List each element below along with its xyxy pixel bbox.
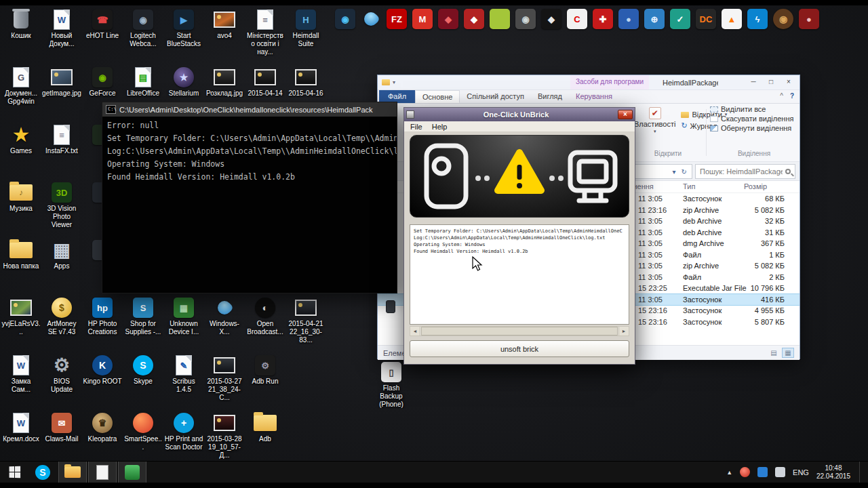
large-icons-view-button[interactable]: ▦ [782,348,794,358]
column-header-size[interactable]: Розмір [744,182,767,190]
navpane-device-icon[interactable] [386,300,395,313]
water-drop-icon[interactable] [361,8,381,30]
word-doc-new[interactable]: WНовый Докум... [42,8,81,48]
gpg4win-docs[interactable]: GДокумен... Gpg4win [1,66,41,106]
recycle-bin[interactable]: Кошик [1,8,41,40]
show-desktop-button[interactable] [859,462,863,483]
taskbar-green-app-button[interactable] [118,462,146,483]
screenshot-2015-03-28[interactable]: 2015-03-28 19_10_57-Д... [205,411,244,460]
ehot-line[interactable]: ☎eHOT Line [83,8,122,40]
tray-red-icon[interactable] [740,467,750,477]
lightning-app-icon[interactable]: ϟ [747,8,768,30]
ribbon-tab[interactable]: Основне [415,90,460,103]
skype-desktop[interactable]: SSkype [123,354,163,386]
app-teal-icon[interactable]: ✓ [670,8,690,30]
taskbar-skype-button[interactable]: S [28,462,57,483]
vlc-icon[interactable]: ▲ [722,8,742,30]
dc-unlocker-icon[interactable]: DC [696,8,716,30]
img-2015-04-14[interactable]: 2015-04-14 [245,66,285,98]
taskbar-explorer-button[interactable] [58,462,87,483]
unsoft-brick-button[interactable]: unsoft brick [410,340,629,357]
logitech-webcam[interactable]: ◉Logitech Webca... [123,8,163,48]
android-icon[interactable] [490,8,510,30]
start-bluestacks[interactable]: ▶Start BlueStacks [164,8,203,48]
close-button[interactable]: × [781,77,797,88]
bios-update[interactable]: ⚙BIOS Update [42,354,81,394]
column-header-type[interactable]: Тип [683,182,695,190]
address-dropdown-icon[interactable]: ▾ [673,168,676,176]
flash-backup-phone[interactable]: ▯Flash Backup (Phone) [372,361,411,409]
menu-help[interactable]: Help [427,123,452,131]
kingo-root[interactable]: KKingo ROOT [83,354,122,386]
close-button[interactable]: × [618,110,633,119]
yvj-image[interactable]: yvjELaRsV3... [1,296,41,336]
artmoney[interactable]: $ArtMoney SE v7.43 [42,296,81,336]
apps-folder[interactable]: ▦Apps [42,239,81,270]
windows-x-drop[interactable]: Windows-X... [205,296,244,336]
taskbar-document-app-button[interactable] [88,462,117,483]
app-red-emblem-icon[interactable]: ◆ [464,8,484,30]
ribbon-tab[interactable]: Керування [569,90,619,103]
geforce[interactable]: ◉GeForce [83,66,122,98]
open-broadcaster[interactable]: ◐Open Broadcast... [245,296,285,336]
shop-for-supplies[interactable]: SShop for Supplies -... [123,296,163,336]
select-all-button[interactable]: Виділити все [710,105,798,113]
hp-photo-creations[interactable]: hpHP Photo Creations [83,296,122,336]
clock[interactable]: 10:48 22.04.2015 [816,464,850,481]
quick-access-toolbar[interactable]: ▾ [382,79,395,85]
unbrick-titlebar[interactable]: One-Click UnBrick × [404,108,635,121]
kreml-docx[interactable]: WКремл.docx [1,411,41,443]
getimage-jpg[interactable]: getImage.jpg [42,66,81,98]
heimdall-suite[interactable]: HHeimdall Suite [286,8,326,48]
claws-mail[interactable]: ✉Claws-Mail [42,411,81,443]
scrollbar-thumb[interactable] [421,327,618,336]
comodo-icon[interactable]: C [567,8,587,30]
music-folder[interactable]: ♪Музика [1,181,41,213]
maximize-button[interactable]: □ [763,77,779,88]
zamka-doc[interactable]: WЗамка Сам... [1,354,41,394]
scroll-left-button[interactable]: ◄ [410,327,420,336]
avo4-image[interactable]: avo4 [205,8,244,40]
unknown-device[interactable]: ▦Unknown Device I... [164,296,203,336]
app-blue-icon[interactable]: ● [618,8,639,30]
refresh-icon[interactable]: ↻ [682,168,687,176]
black-diamond-icon[interactable]: ◆ [541,8,561,30]
explorer-titlebar[interactable]: ▾ Засоби для програми HeimdallPackage ─ … [378,75,800,90]
select-none-button[interactable]: Скасувати виділення [710,115,798,123]
search-input[interactable]: Пошук: HeimdallPackage [695,164,795,179]
app-darkred-icon[interactable]: ◆ [438,8,458,30]
ribbon-tab[interactable]: Вигляд [531,90,569,103]
minimize-button[interactable]: ─ [745,77,762,88]
adb-run[interactable]: ⚙Adb Run [245,354,285,386]
instafx-txt[interactable]: ≡InstaFX.txt [42,123,81,155]
ministry-doc[interactable]: ≡Міністерство освіти і нау... [245,8,285,56]
gmail-icon[interactable]: M [412,8,433,30]
details-view-button[interactable]: ▤ [768,348,780,358]
adb-folder[interactable]: Adb [245,411,285,443]
help-button[interactable]: ? [790,92,794,100]
camera-icon[interactable]: ◉ [515,8,536,30]
filezilla-icon[interactable]: FZ [387,8,407,30]
rozklad-jpg[interactable]: Розклад.jpg [205,66,244,98]
scroll-right-button[interactable]: ► [618,327,629,336]
kleopatra[interactable]: ♛Kleopatra [83,411,122,443]
new-folder[interactable]: Нова папка [1,239,41,270]
tray-blue-icon[interactable] [757,467,768,477]
menu-file[interactable]: File [406,123,427,131]
app-red2-icon[interactable]: ✚ [593,8,613,30]
start-button[interactable] [0,462,28,483]
screenshot-2015-03-27[interactable]: 2015-03-27 21_38_24-С... [205,354,244,402]
app-maroon-icon[interactable]: ● [799,8,819,30]
smartspee[interactable]: SmartSpee... [123,411,163,451]
img-2015-04-16[interactable]: 2015-04-16 [286,66,326,98]
stellarium[interactable]: ★Stellarium [164,66,203,98]
globe-icon[interactable]: ⊕ [644,8,665,30]
3d-vision-photo-viewer[interactable]: 3D3D Vision Photo Viewer [42,181,81,229]
tray-light-icon[interactable] [775,467,785,477]
invert-selection-button[interactable]: Обернути виділення [710,124,798,132]
app-dark-blue-icon[interactable]: ◉ [335,8,355,30]
properties-button[interactable]: ✔ Властивості ▾ [633,105,677,136]
hidden-icons-button[interactable]: ▲ [726,469,732,476]
ribbon-tab[interactable]: Спільний доступ [460,90,531,103]
ribbon-collapse-icon[interactable]: ^ [780,92,783,100]
